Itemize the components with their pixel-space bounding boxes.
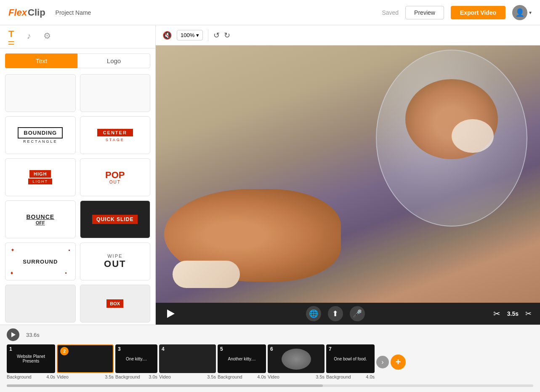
logo[interactable]: FlexClip [8, 7, 45, 18]
project-name[interactable]: Project Name [56, 9, 91, 16]
track-thumb-1[interactable]: 1 Website Planet Presents [7, 344, 55, 373]
track-thumbnail-6 [282, 349, 311, 370]
track-thumb-4[interactable]: 4 [159, 344, 216, 373]
timeline-tracks: 1 Website Planet Presents Background 4.0… [0, 344, 540, 383]
scissors-icon[interactable]: ✂ [525, 309, 532, 318]
track-label-2: Video 3.5s [57, 374, 114, 379]
chevron-down-icon: ▾ [529, 10, 532, 16]
saved-status: Saved [382, 9, 399, 16]
undo-button[interactable]: ↺ [213, 31, 220, 40]
redo-button[interactable]: ↻ [224, 31, 230, 40]
audio-tab-icon: ♪ [27, 31, 31, 41]
template-quick-slide[interactable]: QUICK SLIDE [80, 200, 151, 238]
track-item-5: 5 Another kitty.... Background 4.0s [218, 344, 266, 379]
track-duration-2: 3.5s [105, 374, 114, 379]
template-empty-2[interactable] [80, 74, 151, 112]
track-text-5: Another kitty.... [226, 355, 258, 363]
zoom-label: 100% ▾ [181, 32, 199, 38]
cut-icon[interactable]: ✂ [493, 309, 500, 319]
template-center-stage[interactable]: CENTER STAGE [80, 116, 151, 154]
track-thumbnail-4 [159, 344, 216, 373]
panel-content: Text Logo BOUNDING RECTANGLE CENTER ST [0, 48, 155, 325]
export-button[interactable]: Export Video [451, 6, 505, 19]
upload-button[interactable]: ⬆ [328, 306, 343, 321]
tab-settings[interactable]: ⚙ [43, 31, 51, 43]
track-duration-4: 3.5s [207, 374, 216, 379]
timeline-add-button[interactable]: + [391, 355, 406, 370]
template-highlight[interactable]: HIGH LIGHT [5, 158, 76, 196]
user-avatar-wrapper[interactable]: 👤 ▾ [512, 5, 532, 20]
tab-text[interactable]: T [8, 29, 14, 45]
zoom-select[interactable]: 100% ▾ [177, 30, 203, 40]
mic-button[interactable]: 🎤 [350, 306, 365, 321]
timeline-scrollbar[interactable] [7, 384, 533, 387]
track-thumb-3[interactable]: 3 One kitty.... [115, 344, 157, 373]
main-area: T ♪ ⚙ Text Logo BOUNDING [0, 25, 540, 325]
track-type-3: Background [115, 374, 140, 379]
track-thumb-2[interactable]: 2 [57, 344, 114, 373]
template-bounce-off[interactable]: BOUNCE OFF [5, 200, 76, 238]
center-sub-text: STAGE [106, 138, 125, 142]
track-thumb-5[interactable]: 5 Another kitty.... [218, 344, 266, 373]
track-label-3: Background 3.0s [115, 374, 157, 379]
template-wipe-out[interactable]: WIPE OUT [80, 243, 151, 280]
text-logo-tabs: Text Logo [5, 53, 150, 68]
cat-paw-graphic [173, 261, 240, 288]
track-text-1: Website Planet Presents [7, 352, 55, 365]
track-duration-7: 4.0s [366, 374, 375, 379]
track-number-3: 3 [118, 346, 121, 352]
template-pop-out[interactable]: POP OUT [80, 158, 151, 196]
time-display: 3.5s [507, 310, 519, 317]
subtab-logo[interactable]: Logo [77, 53, 150, 68]
track-duration-3: 3.0s [149, 374, 157, 379]
left-panel: T ♪ ⚙ Text Logo BOUNDING [0, 25, 156, 325]
video-preview [156, 45, 540, 303]
surround-star-bl: ♦ [11, 270, 13, 276]
highlight-sub-text: LIGHT [28, 179, 52, 184]
track-label-1: Background 4.0s [7, 374, 55, 379]
mute-button[interactable]: 🔇 [162, 31, 172, 40]
total-time-display: 33.6s [26, 332, 40, 338]
template-bounding-rectangle[interactable]: BOUNDING RECTANGLE [5, 116, 76, 154]
track-type-5: Background [218, 374, 242, 379]
track-label-7: Background 4.0s [326, 374, 375, 379]
template-partial-2[interactable]: BOX [80, 285, 151, 323]
play-button[interactable] [164, 307, 178, 320]
header: FlexClip Project Name Saved Preview Expo… [0, 0, 540, 25]
track-label-6: Video 3.5s [268, 374, 325, 379]
track-item-1: 1 Website Planet Presents Background 4.0… [7, 344, 55, 379]
surround-star-tr: ▪ [68, 247, 70, 253]
highlight-main-text: HIGH [29, 170, 51, 178]
track-text-7: One bowl of food. [332, 355, 368, 363]
timeline-next-button[interactable]: › [376, 356, 389, 368]
surround-star-tl: ✦ [11, 247, 15, 253]
track-thumb-7[interactable]: 7 One bowl of food. [326, 344, 375, 373]
track-item-3: 3 One kitty.... Background 3.0s [115, 344, 157, 379]
preview-button[interactable]: Preview [405, 6, 444, 19]
track-duration-1: 4.0s [46, 374, 55, 379]
bounding-main-text: BOUNDING [18, 127, 63, 139]
track-item-4: 4 Video 3.5s [159, 344, 216, 379]
timeline-play-button[interactable] [7, 328, 19, 341]
bounce-sub-text: OFF [36, 220, 45, 225]
track-label-4: Video 3.5s [159, 374, 216, 379]
template-surround[interactable]: ✦ ▪ SURROUND ♦ ▪ [5, 243, 76, 280]
video-controls-bar: 🌐 ⬆ 🎤 ✂ 3.5s ✂ [156, 303, 540, 325]
timeline-play-icon [11, 332, 16, 337]
surround-star-br: ▪ [65, 270, 67, 276]
center-area: 🔇 100% ▾ ↺ ↻ [156, 25, 540, 325]
tab-audio[interactable]: ♪ [27, 31, 31, 43]
track-thumb-6[interactable]: 6 [268, 344, 325, 373]
track-type-1: Background [7, 374, 32, 379]
subtab-text[interactable]: Text [5, 53, 77, 68]
pop-sub-text: OUT [109, 180, 121, 184]
track-number-1: 1 [9, 346, 12, 352]
template-empty-1[interactable] [5, 74, 76, 112]
avatar: 👤 [512, 5, 527, 20]
preview-toolbar: 🔇 100% ▾ ↺ ↻ [156, 25, 540, 45]
track-type-2: Video [57, 374, 69, 379]
template-partial-1[interactable] [5, 285, 76, 323]
bounce-main-text: BOUNCE [26, 213, 54, 220]
track-type-6: Video [268, 374, 279, 379]
globe-button[interactable]: 🌐 [306, 306, 321, 321]
